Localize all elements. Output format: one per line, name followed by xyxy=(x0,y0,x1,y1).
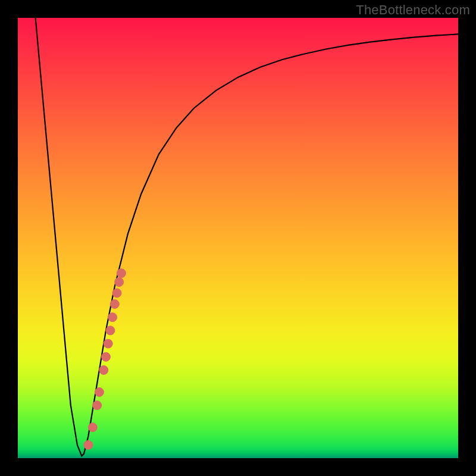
chart-overlay xyxy=(18,18,458,458)
scatter-point xyxy=(84,440,93,449)
scatter-point xyxy=(108,313,117,322)
scatter-point xyxy=(110,300,119,309)
scatter-point xyxy=(93,401,102,410)
scatter-point xyxy=(95,388,104,397)
scatter-point xyxy=(102,352,111,361)
scatter-point xyxy=(88,423,97,432)
scatter-point xyxy=(106,326,115,335)
scatter-point xyxy=(117,269,126,278)
scatter-point xyxy=(99,366,108,375)
watermark-text: TheBottleneck.com xyxy=(356,2,470,18)
scatter-point xyxy=(115,278,124,287)
chart-frame: TheBottleneck.com xyxy=(0,0,476,476)
scatter-point xyxy=(112,289,121,298)
scatter-point xyxy=(104,339,112,348)
